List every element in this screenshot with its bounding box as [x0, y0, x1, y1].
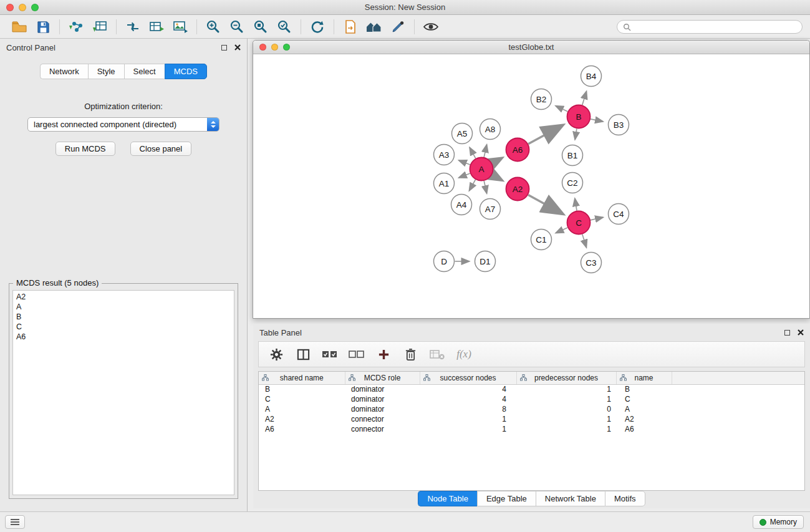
float-panel-icon[interactable] — [221, 45, 227, 51]
table-tab-network-table[interactable]: Network Table — [536, 491, 605, 506]
import-network-button[interactable] — [64, 17, 88, 36]
edge-A-A5[interactable] — [470, 147, 476, 158]
zoom-selected-button[interactable] — [272, 17, 296, 36]
edge-A-A4[interactable] — [470, 180, 476, 191]
graph-node-C1[interactable]: C1 — [531, 230, 552, 250]
edge-A-A1[interactable] — [459, 173, 470, 178]
show-panels-button[interactable] — [5, 515, 25, 529]
memory-button[interactable]: Memory — [753, 515, 804, 529]
mcds-result-item[interactable]: B — [13, 312, 234, 322]
close-panel-icon[interactable] — [234, 44, 241, 51]
graph-node-A3[interactable]: A3 — [434, 145, 455, 165]
show-hide-button[interactable] — [419, 17, 443, 36]
control-tab-mcds[interactable]: MCDS — [165, 64, 207, 79]
close-network-window-button[interactable] — [259, 44, 266, 51]
minimize-network-window-button[interactable] — [271, 44, 278, 51]
table-settings-button[interactable] — [268, 345, 285, 364]
optimization-criterion-dropdown[interactable]: largest connected component (directed) — [27, 117, 219, 132]
close-panel-button[interactable]: Close panel — [130, 142, 192, 156]
search-input[interactable] — [634, 22, 796, 31]
zoom-in-button[interactable] — [201, 17, 225, 36]
table-tab-edge-table[interactable]: Edge Table — [477, 491, 536, 506]
first-neighbors-button[interactable] — [362, 17, 386, 36]
graph-node-A6[interactable]: A6 — [506, 138, 529, 162]
open-session-button[interactable] — [7, 17, 31, 36]
float-table-panel-icon[interactable] — [784, 330, 790, 336]
edge-C-C4[interactable] — [591, 217, 603, 220]
graph-node-A7[interactable]: A7 — [480, 199, 501, 220]
table-tab-node-table[interactable]: Node Table — [418, 491, 477, 506]
apply-layout-button[interactable] — [306, 17, 329, 36]
maximize-network-window-button[interactable] — [283, 44, 290, 51]
graph-node-B4[interactable]: B4 — [581, 66, 602, 87]
edge-A-A2[interactable] — [492, 175, 501, 180]
graph-node-D1[interactable]: D1 — [475, 251, 496, 272]
column-header-predecessor-nodes[interactable]: predecessor nodes — [516, 372, 616, 384]
import-table-button[interactable] — [88, 17, 112, 36]
graph-node-B3[interactable]: B3 — [609, 115, 629, 135]
control-tab-network[interactable]: Network — [40, 64, 88, 79]
edge-B-B1[interactable] — [575, 128, 577, 140]
table-row-A2[interactable]: A2connector11A2 — [259, 414, 804, 424]
edge-A-A7[interactable] — [484, 181, 486, 193]
graph-node-A5[interactable]: A5 — [452, 123, 473, 144]
graphics-details-button[interactable] — [386, 17, 410, 36]
edge-C-C3[interactable] — [582, 235, 587, 248]
edge-A6-B[interactable] — [528, 125, 562, 144]
graph-node-C[interactable]: C — [567, 211, 591, 235]
close-table-panel-icon[interactable] — [798, 329, 804, 336]
search-field[interactable] — [617, 20, 803, 34]
table-tab-motifs[interactable]: Motifs — [605, 491, 645, 506]
toggle-columns-button[interactable] — [294, 345, 312, 364]
minimize-window-button[interactable] — [19, 4, 26, 11]
export-image-button[interactable] — [168, 17, 192, 36]
column-header-name[interactable]: name — [616, 372, 672, 384]
zoom-out-button[interactable] — [225, 17, 249, 36]
table-row-A6[interactable]: A6connector11A6 — [259, 424, 804, 434]
graph-node-A4[interactable]: A4 — [451, 195, 472, 215]
select-all-button[interactable] — [321, 345, 339, 364]
graph-node-B2[interactable]: B2 — [531, 89, 552, 110]
export-network-button[interactable] — [121, 17, 145, 36]
run-mcds-button[interactable]: Run MCDS — [55, 142, 115, 156]
mcds-result-item[interactable]: C — [13, 322, 234, 332]
graph-node-A[interactable]: A — [470, 158, 493, 181]
graph-node-A8[interactable]: A8 — [480, 119, 501, 140]
graph-node-C2[interactable]: C2 — [562, 173, 583, 193]
delete-column-button[interactable] — [402, 345, 419, 364]
export-table-button[interactable] — [145, 17, 168, 36]
close-window-button[interactable] — [6, 4, 14, 11]
edge-C-C2[interactable] — [575, 198, 577, 211]
graph-node-B[interactable]: B — [567, 105, 591, 128]
column-header-MCDS-role[interactable]: MCDS role — [345, 372, 420, 384]
table-row-B[interactable]: Bdominator41B — [259, 384, 804, 394]
edge-B-B4[interactable] — [582, 91, 587, 105]
control-tab-select[interactable]: Select — [124, 64, 165, 79]
table-row-A[interactable]: Adominator80A — [259, 404, 804, 414]
graph-node-D[interactable]: D — [434, 251, 455, 272]
zoom-fit-button[interactable] — [249, 17, 272, 36]
mcds-result-item[interactable]: A2 — [13, 292, 234, 302]
edge-A2-C[interactable] — [528, 195, 562, 213]
graph-node-A2[interactable]: A2 — [506, 178, 529, 201]
deselect-all-button[interactable] — [348, 345, 365, 364]
edge-B-B3[interactable] — [591, 119, 603, 122]
edge-B-B2[interactable] — [556, 106, 567, 112]
column-header-successor-nodes[interactable]: successor nodes — [420, 372, 516, 384]
network-canvas[interactable]: AA1A2A3A4A5A6A7A8BB1B2B3B4CC1C2C3C4DD1 — [253, 55, 809, 318]
save-session-button[interactable] — [31, 17, 55, 36]
edge-A-A3[interactable] — [459, 160, 470, 165]
graph-node-C3[interactable]: C3 — [581, 253, 602, 273]
edge-A-A8[interactable] — [484, 145, 486, 157]
new-network-from-selection-button[interactable] — [339, 17, 362, 36]
edge-C-C1[interactable] — [556, 228, 567, 233]
edge-A-A6[interactable] — [492, 158, 501, 163]
maximize-window-button[interactable] — [31, 4, 39, 11]
graph-node-A1[interactable]: A1 — [434, 173, 455, 194]
graph-node-C4[interactable]: C4 — [609, 204, 629, 225]
control-tab-style[interactable]: Style — [88, 64, 124, 79]
column-header-shared-name[interactable]: shared name — [259, 372, 345, 384]
graph-node-B1[interactable]: B1 — [562, 145, 583, 166]
add-column-button[interactable] — [375, 345, 392, 364]
mcds-result-item[interactable]: A6 — [13, 332, 234, 342]
